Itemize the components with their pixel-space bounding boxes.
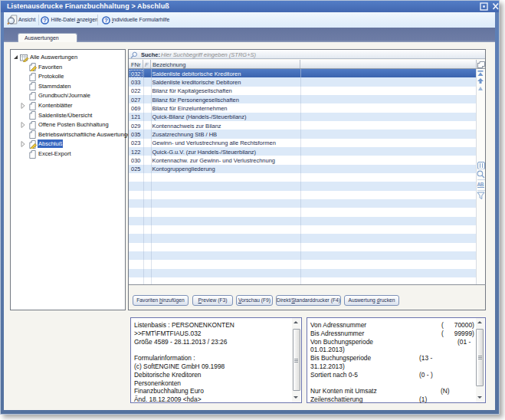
svg-text:?: ? — [104, 17, 108, 24]
svg-text:?: ? — [43, 17, 47, 24]
